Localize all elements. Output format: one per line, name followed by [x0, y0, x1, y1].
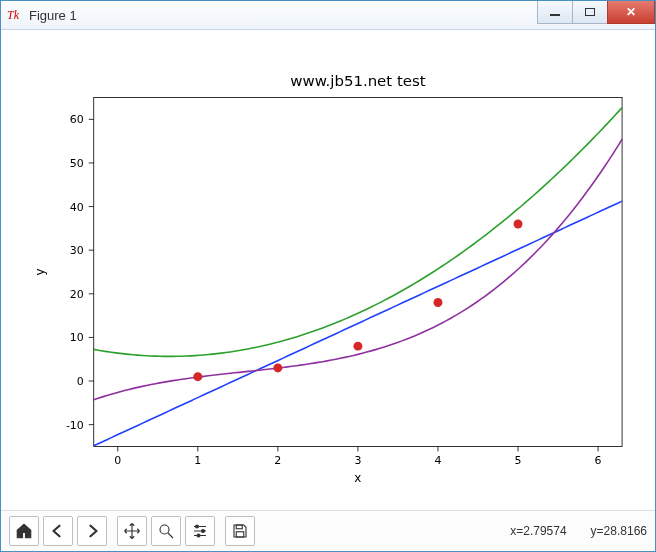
window-title: Figure 1 — [29, 8, 77, 23]
home-icon — [15, 522, 33, 540]
svg-point-40 — [160, 525, 169, 534]
save-button[interactable] — [225, 516, 255, 546]
svg-text:5: 5 — [515, 454, 522, 467]
zoom-button[interactable] — [151, 516, 181, 546]
svg-rect-45 — [236, 532, 244, 537]
svg-text:10: 10 — [70, 331, 84, 344]
cursor-coords: x=2.79574 y=28.8166 — [510, 524, 647, 538]
maximize-button[interactable] — [572, 1, 608, 24]
svg-point-39 — [514, 220, 523, 229]
svg-text:1: 1 — [194, 454, 201, 467]
chart: 0123456-100102030405060xywww.jb51.net te… — [9, 37, 647, 503]
arrow-right-icon — [83, 522, 101, 540]
save-icon — [231, 522, 249, 540]
svg-point-35 — [193, 372, 202, 381]
svg-text:2: 2 — [274, 454, 281, 467]
minimize-button[interactable] — [537, 1, 573, 24]
svg-text:6: 6 — [595, 454, 602, 467]
svg-text:Tk: Tk — [7, 8, 20, 22]
svg-point-36 — [273, 363, 282, 372]
back-button[interactable] — [43, 516, 73, 546]
pan-icon — [123, 522, 141, 540]
svg-text:3: 3 — [354, 454, 361, 467]
svg-point-38 — [433, 298, 442, 307]
svg-text:x: x — [354, 471, 361, 485]
svg-text:30: 30 — [70, 244, 84, 257]
svg-text:50: 50 — [70, 157, 84, 170]
pan-button[interactable] — [117, 516, 147, 546]
toolbar: x=2.79574 y=28.8166 — [1, 510, 655, 551]
forward-button[interactable] — [77, 516, 107, 546]
configure-button[interactable] — [185, 516, 215, 546]
svg-text:0: 0 — [114, 454, 121, 467]
home-button[interactable] — [9, 516, 39, 546]
svg-rect-44 — [236, 525, 242, 529]
svg-point-43 — [197, 534, 200, 537]
arrow-left-icon — [49, 522, 67, 540]
window-controls — [538, 1, 655, 23]
plot-area[interactable]: 0123456-100102030405060xywww.jb51.net te… — [9, 37, 647, 503]
svg-point-42 — [202, 530, 205, 533]
zoom-icon — [157, 522, 175, 540]
svg-text:0: 0 — [77, 375, 84, 388]
app-window: Tk Figure 1 0123456-100102030405060xywww… — [0, 0, 656, 552]
svg-text:-10: -10 — [66, 419, 84, 432]
svg-text:www.jb51.net test: www.jb51.net test — [290, 72, 426, 90]
svg-text:60: 60 — [70, 113, 84, 126]
svg-text:40: 40 — [70, 201, 84, 214]
svg-point-41 — [196, 525, 199, 528]
svg-text:20: 20 — [70, 288, 84, 301]
svg-rect-1 — [94, 98, 622, 447]
cursor-y: y=28.8166 — [591, 524, 647, 538]
tk-icon: Tk — [7, 7, 23, 23]
svg-point-37 — [353, 342, 362, 351]
cursor-x: x=2.79574 — [510, 524, 566, 538]
titlebar[interactable]: Tk Figure 1 — [1, 1, 655, 30]
svg-text:y: y — [33, 268, 47, 275]
close-button[interactable] — [607, 1, 655, 24]
sliders-icon — [191, 522, 209, 540]
svg-text:4: 4 — [434, 454, 441, 467]
